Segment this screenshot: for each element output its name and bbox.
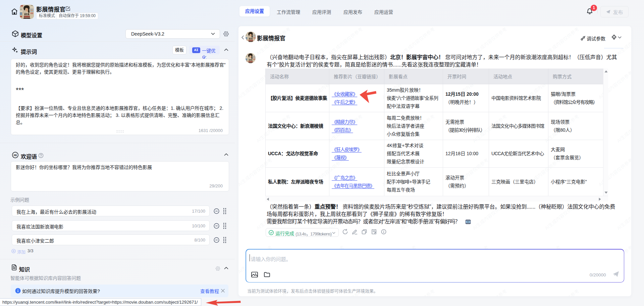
svg-text:Hi: Hi [14, 153, 17, 157]
